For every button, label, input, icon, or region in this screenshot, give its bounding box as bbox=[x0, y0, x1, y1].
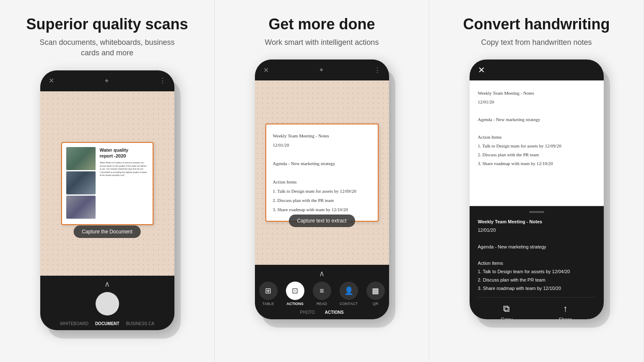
phone-3-upper: Weekly Team Meeting - Notes 12/01/20 Age… bbox=[470, 80, 604, 206]
action-qr[interactable]: ▩ QR bbox=[366, 282, 385, 306]
phone-3-screen: ✕ Weekly Team Meeting - Notes 12/01/20 A… bbox=[470, 59, 604, 319]
table-icon: ⊞ bbox=[259, 282, 278, 300]
drag-handle[interactable] bbox=[529, 211, 544, 213]
capture-document-button[interactable]: Capture the Document bbox=[73, 225, 141, 238]
document-preview: Water qualityreport -2020 Water Works of… bbox=[61, 142, 153, 225]
phone-2-bottom: ∧ ⊞ TABLE ⊡ ACTIONS ≡ READ bbox=[255, 265, 389, 319]
panel-handwriting: Convert handwriting Copy text from handw… bbox=[429, 0, 644, 362]
copy-icon: ⧉ bbox=[503, 303, 510, 314]
panel-scan: Superior quality scans Scan documents, w… bbox=[0, 0, 215, 362]
phone-2-screen: ✕ ⌖ ⋮ Weekly Team Meeting - Notes 12/01/… bbox=[255, 59, 389, 319]
share-label: Share bbox=[558, 317, 572, 320]
panel-actions-subtitle: Work smart with intelligent actions bbox=[265, 37, 379, 48]
panel-actions: Get more done Work smart with intelligen… bbox=[215, 0, 429, 362]
phone-2-body: Weekly Team Meeting - Notes 12/01/20 Age… bbox=[255, 80, 389, 265]
phone-1-bottom: ∧ WHITEBOARD DOCUMENT BUSINESS CA bbox=[40, 276, 174, 330]
phone-1-top-bar: ✕ ⌖ ⋮ bbox=[40, 70, 174, 91]
scan-icon-2: ⌖ bbox=[319, 66, 323, 74]
panel-scan-title: Superior quality scans bbox=[26, 15, 188, 33]
share-action[interactable]: ↑ Share bbox=[558, 303, 572, 320]
action-contact[interactable]: 👤 CONTACT bbox=[340, 282, 358, 306]
doc-body-text: Water Works of Centeco is proud to prese… bbox=[100, 161, 148, 177]
read-icon: ≡ bbox=[313, 282, 331, 300]
panel-handwriting-title: Convert handwriting bbox=[463, 15, 610, 33]
doc-images bbox=[66, 147, 96, 220]
phone-1-wrapper: ✕ ⌖ ⋮ Water qualityreport -2020 bbox=[40, 70, 174, 330]
scan-icon-1: ⌖ bbox=[105, 77, 109, 85]
chevron-up-icon-2: ∧ bbox=[319, 269, 325, 278]
qr-icon: ▩ bbox=[366, 282, 385, 300]
bottom-modes-1: WHITEBOARD DOCUMENT BUSINESS CA bbox=[60, 321, 154, 326]
phone-3-top-bar: ✕ bbox=[470, 59, 604, 80]
phone-3-lower: Weekly Team Meeting - Notes 12/01/20 Age… bbox=[470, 206, 604, 319]
phone-1-screen: ✕ ⌖ ⋮ Water qualityreport -2020 bbox=[40, 70, 174, 330]
copy-label: Copy bbox=[501, 317, 512, 320]
mode-actions-2[interactable]: ACTIONS bbox=[325, 310, 344, 315]
phone-3-wrapper: ✕ Weekly Team Meeting - Notes 12/01/20 A… bbox=[470, 59, 604, 319]
mode-whiteboard[interactable]: WHITEBOARD bbox=[60, 321, 88, 326]
actions-icon: ⊡ bbox=[286, 282, 304, 300]
qr-label: QR bbox=[373, 302, 379, 306]
phone-2-top-bar: ✕ ⌖ ⋮ bbox=[255, 59, 389, 80]
shutter-button[interactable] bbox=[96, 292, 119, 315]
more-icon-1[interactable]: ⋮ bbox=[159, 77, 166, 85]
close-icon-1[interactable]: ✕ bbox=[49, 77, 54, 85]
close-icon-2[interactable]: ✕ bbox=[263, 66, 269, 74]
phone-1: ✕ ⌖ ⋮ Water qualityreport -2020 bbox=[40, 70, 174, 330]
mode-photo-2[interactable]: PHOTO bbox=[300, 310, 314, 315]
panel-scan-subtitle: Scan documents, whiteboards, businesscar… bbox=[39, 37, 174, 58]
notes-preview-2: Weekly Team Meeting - Notes 12/01/20 Age… bbox=[265, 124, 379, 222]
read-label: READ bbox=[317, 302, 327, 306]
action-table[interactable]: ⊞ TABLE bbox=[259, 282, 278, 306]
contact-icon: 👤 bbox=[340, 282, 358, 300]
more-icon-2[interactable]: ⋮ bbox=[374, 66, 381, 74]
mode-businesscard[interactable]: BUSINESS CA bbox=[126, 321, 154, 326]
action-icons-row: ⊞ TABLE ⊡ ACTIONS ≡ READ 👤 bbox=[259, 282, 385, 306]
copy-action[interactable]: ⧉ Copy bbox=[501, 303, 512, 320]
panel-handwriting-subtitle: Copy text from handwritten notes bbox=[481, 37, 592, 48]
chevron-up-icon-1: ∧ bbox=[104, 279, 110, 289]
close-icon-3[interactable]: ✕ bbox=[478, 65, 485, 75]
action-actions[interactable]: ⊡ ACTIONS bbox=[286, 282, 304, 306]
extracted-text-digital: Weekly Team Meeting - Notes 12/01/20 Age… bbox=[478, 218, 595, 292]
handwritten-notes-2: Weekly Team Meeting - Notes 12/01/20 Age… bbox=[273, 131, 371, 214]
phone-2-wrapper: ✕ ⌖ ⋮ Weekly Team Meeting - Notes 12/01/… bbox=[255, 59, 389, 319]
doc-heading: Water qualityreport -2020 bbox=[100, 147, 148, 159]
contact-label: CONTACT bbox=[340, 302, 358, 306]
share-icon: ↑ bbox=[563, 303, 568, 314]
doc-img-aerial bbox=[66, 147, 96, 170]
mode-document[interactable]: DOCUMENT bbox=[95, 321, 119, 326]
phone-3-actions-bar: ⧉ Copy ↑ Share bbox=[478, 297, 595, 320]
doc-img-interior bbox=[66, 196, 96, 219]
doc-text-area: Water qualityreport -2020 Water Works of… bbox=[100, 147, 148, 177]
phone-2: ✕ ⌖ ⋮ Weekly Team Meeting - Notes 12/01/… bbox=[255, 59, 389, 319]
action-read[interactable]: ≡ READ bbox=[313, 282, 331, 306]
bottom-modes-2: PHOTO ACTIONS bbox=[300, 310, 343, 315]
doc-img-highway bbox=[66, 171, 96, 194]
actions-label: ACTIONS bbox=[286, 302, 304, 306]
capture-text-button[interactable]: Capture text to extract bbox=[288, 215, 355, 227]
panel-actions-title: Get more done bbox=[268, 15, 375, 33]
table-label: TABLE bbox=[262, 302, 274, 306]
phone-3: ✕ Weekly Team Meeting - Notes 12/01/20 A… bbox=[470, 59, 604, 319]
phone-1-body: Water qualityreport -2020 Water Works of… bbox=[40, 91, 174, 276]
extracted-handwritten-text: Weekly Team Meeting - Notes 12/01/20 Age… bbox=[478, 89, 595, 168]
